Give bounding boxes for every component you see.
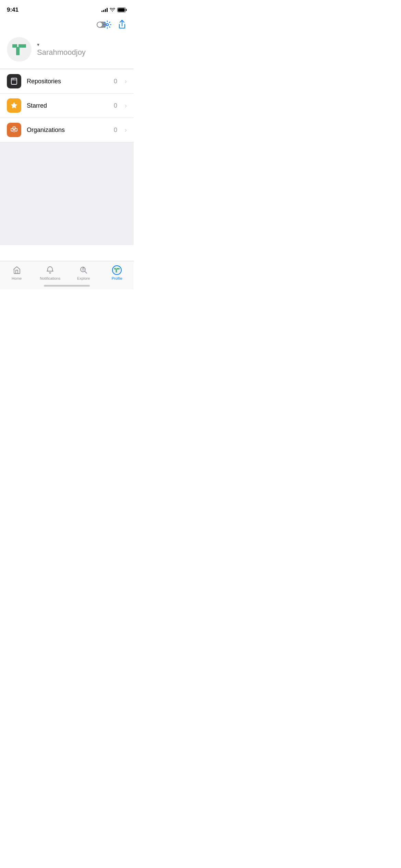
avatar[interactable] xyxy=(7,37,32,62)
starred-chevron: › xyxy=(125,102,127,109)
chevron-down-icon: ▾ xyxy=(37,42,39,47)
svg-rect-7 xyxy=(11,78,17,84)
share-icon xyxy=(118,20,126,29)
tab-profile-label: Profile xyxy=(112,276,122,280)
menu-list: Repositories 0 › Starred 0 › Organizatio… xyxy=(0,69,134,142)
notifications-icon xyxy=(45,265,55,275)
battery-icon xyxy=(117,8,127,12)
svg-point-3 xyxy=(106,24,109,26)
repositories-label: Repositories xyxy=(27,78,108,85)
svg-point-8 xyxy=(12,79,13,80)
profile-section: ▾ Sarahmoodjoy xyxy=(0,34,134,69)
svg-rect-4 xyxy=(12,44,26,48)
tab-profile[interactable]: Profile xyxy=(100,264,134,289)
status-time: 9:41 xyxy=(7,7,19,13)
svg-rect-16 xyxy=(116,269,117,273)
repositories-count: 0 xyxy=(114,78,117,85)
svg-line-14 xyxy=(85,271,87,273)
starred-count: 0 xyxy=(114,102,117,109)
header-actions xyxy=(0,15,134,34)
organizations-label: Organizations xyxy=(27,126,108,134)
svg-rect-15 xyxy=(114,268,120,269)
organizations-chevron: › xyxy=(125,126,127,134)
tab-profile-avatar xyxy=(112,265,122,275)
wifi-icon xyxy=(110,8,115,12)
svg-rect-5 xyxy=(16,48,20,55)
organizations-icon xyxy=(7,123,21,137)
starred-label: Starred xyxy=(27,102,108,109)
svg-rect-2 xyxy=(118,8,125,12)
repositories-icon xyxy=(7,74,21,88)
svg-point-9 xyxy=(13,79,14,80)
repositories-chevron: › xyxy=(125,78,127,85)
tab-notifications-label: Notifications xyxy=(40,276,60,280)
home-indicator xyxy=(44,285,90,287)
repositories-item[interactable]: Repositories 0 › xyxy=(0,69,134,94)
profile-info: ▾ Sarahmoodjoy xyxy=(37,42,86,57)
tab-home[interactable]: Home xyxy=(0,264,34,289)
tab-explore-label: Explore xyxy=(77,276,90,280)
profile-dropdown[interactable]: ▾ xyxy=(37,42,86,47)
signal-icon xyxy=(101,8,108,12)
gear-icon xyxy=(103,20,112,29)
share-button[interactable] xyxy=(117,19,127,30)
avatar-logo xyxy=(11,41,28,58)
svg-rect-17 xyxy=(116,268,117,269)
svg-rect-1 xyxy=(126,9,127,11)
status-icons xyxy=(101,8,127,12)
home-icon xyxy=(12,265,22,275)
svg-rect-6 xyxy=(17,44,19,47)
status-bar: 9:41 xyxy=(0,0,134,15)
tab-home-label: Home xyxy=(12,276,22,280)
starred-item[interactable]: Starred 0 › xyxy=(0,94,134,118)
gray-background xyxy=(0,142,134,245)
explore-icon xyxy=(79,265,88,275)
profile-username: Sarahmoodjoy xyxy=(37,48,86,57)
starred-icon xyxy=(7,98,21,113)
organizations-item[interactable]: Organizations 0 › xyxy=(0,118,134,142)
settings-button[interactable] xyxy=(97,19,112,30)
organizations-count: 0 xyxy=(114,126,117,134)
